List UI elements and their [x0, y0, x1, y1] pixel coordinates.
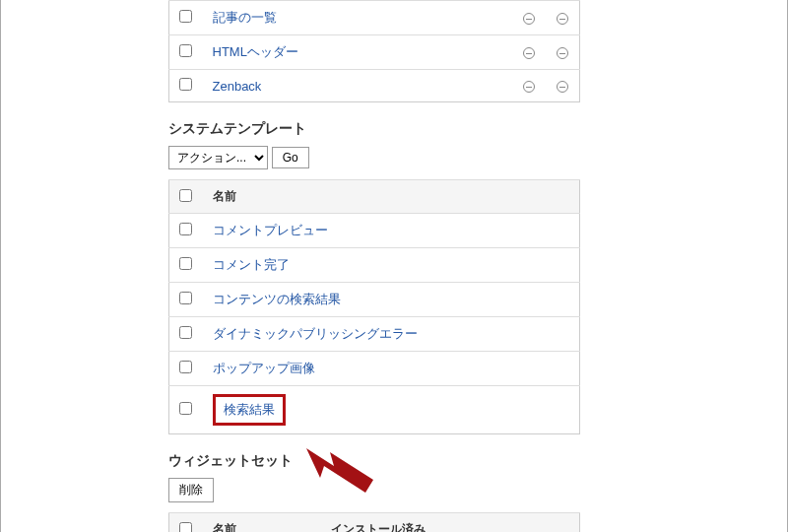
widget-col-installed: インストール済み: [321, 513, 580, 533]
status-icon[interactable]: [557, 13, 568, 25]
top-templates-table: 記事の一覧HTMLヘッダーZenback: [168, 0, 580, 102]
table-row: 検索結果: [169, 386, 580, 434]
status-icon[interactable]: [523, 13, 535, 25]
widget-select-all-checkbox[interactable]: [179, 522, 192, 533]
template-link[interactable]: ポップアップ画像: [213, 361, 315, 375]
status-icon[interactable]: [557, 81, 568, 93]
table-row: ポップアップ画像: [169, 352, 580, 386]
template-link[interactable]: 検索結果: [224, 402, 275, 417]
template-link[interactable]: コンテンツの検索結果: [213, 292, 341, 306]
go-button[interactable]: Go: [272, 147, 309, 168]
delete-button[interactable]: 削除: [168, 478, 214, 502]
row-checkbox[interactable]: [179, 44, 192, 57]
action-select[interactable]: アクション...: [168, 146, 268, 169]
table-row: コメント完了: [169, 248, 580, 283]
row-checkbox[interactable]: [179, 78, 192, 91]
select-all-checkbox[interactable]: [179, 189, 192, 202]
template-link[interactable]: ダイナミックパブリッシングエラー: [213, 326, 418, 341]
highlight-box: 検索結果: [213, 394, 286, 426]
status-icon[interactable]: [523, 81, 535, 93]
template-link[interactable]: 記事の一覧: [213, 10, 277, 25]
table-row: コメントプレビュー: [169, 214, 580, 248]
template-link[interactable]: HTMLヘッダー: [213, 44, 298, 59]
table-row: HTMLヘッダー: [169, 35, 580, 70]
table-row: Zenback: [169, 70, 580, 102]
widget-col-name: 名前: [203, 513, 321, 533]
status-icon[interactable]: [557, 47, 568, 59]
widget-set-table: 名前 インストール済み 関連コンテンツ検索, タグ一覧, ページ一覧, サンプル…: [168, 512, 580, 532]
table-row: コンテンツの検索結果: [169, 283, 580, 317]
system-templates-heading: システムテンプレート: [168, 120, 580, 138]
template-link[interactable]: コメントプレビュー: [213, 223, 328, 237]
row-checkbox[interactable]: [179, 326, 192, 339]
system-templates-table: 名前 コメントプレビューコメント完了コンテンツの検索結果ダイナミックパブリッシン…: [168, 179, 580, 434]
widget-set-heading: ウィジェットセット: [168, 452, 580, 470]
column-header-name: 名前: [203, 180, 580, 214]
row-checkbox[interactable]: [179, 402, 192, 415]
status-icon[interactable]: [523, 47, 535, 59]
table-row: 記事の一覧: [169, 1, 580, 35]
widget-select-all-cell: [169, 513, 203, 533]
row-checkbox[interactable]: [179, 10, 192, 23]
row-checkbox[interactable]: [179, 361, 192, 373]
table-row: ダイナミックパブリッシングエラー: [169, 317, 580, 352]
row-checkbox[interactable]: [179, 257, 192, 270]
row-checkbox[interactable]: [179, 223, 192, 235]
select-all-cell: [169, 180, 203, 214]
row-checkbox[interactable]: [179, 292, 192, 304]
template-link[interactable]: Zenback: [213, 79, 262, 94]
template-link[interactable]: コメント完了: [213, 257, 290, 272]
